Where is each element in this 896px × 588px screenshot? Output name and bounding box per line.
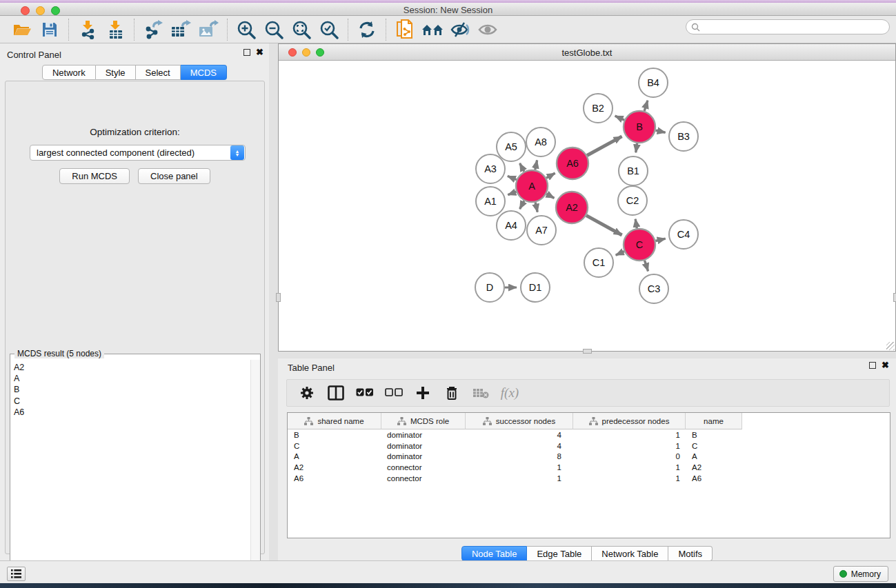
mcds-result-list[interactable]: A2ABCA6 [10,360,250,587]
tab-network[interactable]: Network [42,65,96,80]
edge-C-C2[interactable] [635,219,637,229]
column-header-predecessor-nodes[interactable]: predecessor nodes [573,413,686,429]
node-table[interactable]: shared name MCDS role successor nodes pr… [287,412,890,538]
close-panel-button[interactable]: Close panel [138,168,210,184]
cell-shared-name[interactable]: B [288,431,381,439]
split-view-icon[interactable] [323,382,349,404]
edge-B-B1[interactable] [636,143,637,152]
edge-C-C1[interactable] [616,252,624,255]
edge-A-A8[interactable] [535,160,537,170]
cell-mcds-role[interactable]: connector [381,463,466,472]
search-field[interactable] [686,19,890,34]
run-mcds-button[interactable]: Run MCDS [59,168,130,184]
column-header-name[interactable]: name [686,413,742,429]
float-panel-icon[interactable] [243,49,250,56]
refresh-icon[interactable] [353,18,381,41]
zoom-selected-icon[interactable] [315,18,343,41]
edge-B-B4[interactable] [644,101,648,111]
edge-B-B3[interactable] [655,130,665,132]
gear-icon[interactable] [294,382,320,404]
graph-node-D1[interactable]: D1 [521,273,550,302]
graph-node-B3[interactable]: B3 [669,122,698,151]
close-panel-icon[interactable]: ✖ [256,49,263,56]
network-window-titlebar[interactable]: testGlobe.txt [279,44,895,61]
cell-mcds-role[interactable]: connector [381,474,466,483]
tab-node-table[interactable]: Node Table [461,546,528,561]
graph-node-A7[interactable]: A7 [527,216,556,245]
cell-mcds-role[interactable]: dominator [381,431,466,439]
graph-node-D[interactable]: D [475,273,504,302]
double-house-icon[interactable] [419,18,446,41]
result-list-item[interactable]: B [14,384,250,395]
tab-style[interactable]: Style [96,65,136,80]
cell-successor-nodes[interactable]: 1 [466,463,573,472]
cell-successor-nodes[interactable]: 8 [466,452,573,460]
select-all-icon[interactable] [352,382,378,404]
graph-node-C1[interactable]: C1 [584,248,613,277]
deselect-all-icon[interactable] [381,382,407,404]
edge-C-C3[interactable] [644,261,648,272]
eye-icon[interactable] [474,18,501,41]
cell-shared-name[interactable]: A [288,452,381,460]
edge-C-C4[interactable] [655,239,665,241]
column-header-shared-name[interactable]: shared name [288,413,381,429]
tab-mcds[interactable]: MCDS [181,65,227,80]
export-network-icon[interactable] [139,18,167,41]
cell-successor-nodes[interactable]: 4 [466,431,573,439]
result-list-item[interactable]: C [14,396,250,407]
window-edge-grip[interactable] [893,293,896,302]
cell-predecessor-nodes[interactable]: 1 [573,442,686,450]
cell-predecessor-nodes[interactable]: 1 [573,474,686,483]
search-input[interactable] [703,22,889,32]
eye-slash-icon[interactable] [446,18,474,41]
duplicate-network-icon[interactable] [391,18,419,41]
graph-node-B4[interactable]: B4 [639,68,668,97]
edge-A-A4[interactable] [520,201,524,209]
table-row[interactable]: A6connector11A6 [288,473,890,484]
result-list-item[interactable]: A [14,373,250,384]
cell-name[interactable]: C [686,442,742,450]
graph-node-A1[interactable]: A1 [476,187,505,216]
task-history-button[interactable] [7,567,26,581]
cell-name[interactable]: A [686,452,742,460]
add-column-icon[interactable] [410,382,436,404]
graph-node-B1[interactable]: B1 [619,156,648,185]
edge-A-A5[interactable] [520,163,524,172]
cell-mcds-role[interactable]: dominator [381,452,466,460]
graph-node-A[interactable]: A [516,170,548,202]
graph-node-C2[interactable]: C2 [618,186,647,215]
column-header-mcds-role[interactable]: MCDS role [381,413,466,429]
cell-predecessor-nodes[interactable]: 1 [573,431,686,439]
import-table-icon[interactable] [101,18,129,41]
result-list-item[interactable]: A6 [14,407,250,418]
tab-network-table[interactable]: Network Table [592,546,668,561]
graph-node-A6[interactable]: A6 [557,148,588,179]
edge-B-B2[interactable] [615,116,624,120]
result-list-item[interactable]: A2 [14,362,250,373]
table-row[interactable]: A2connector11A2 [288,462,890,473]
tab-edge-table[interactable]: Edge Table [527,546,592,561]
edge-A-A2[interactable] [546,194,554,198]
export-table-icon[interactable] [167,18,195,41]
window-edge-grip[interactable] [583,349,592,354]
network-graph[interactable]: B4B2BB3A8A5A6A3B1AC2A1A2A4A7C4CC1DD1C3 [279,61,895,351]
edge-A6-B[interactable] [587,136,621,156]
graph-node-B2[interactable]: B2 [584,94,613,123]
graph-node-C4[interactable]: C4 [669,220,698,249]
save-icon[interactable] [36,18,63,41]
resize-handle[interactable] [886,342,895,350]
cell-name[interactable]: B [686,431,742,439]
edge-A-A1[interactable] [508,192,516,194]
cell-mcds-role[interactable]: dominator [381,442,466,450]
graph-node-C[interactable]: C [624,229,655,261]
graph-node-B[interactable]: B [624,111,655,143]
column-header-successor-nodes[interactable]: successor nodes [466,413,573,429]
import-network-icon[interactable] [74,18,101,41]
open-icon[interactable] [8,18,36,41]
edge-A-A7[interactable] [535,202,537,212]
graph-node-C3[interactable]: C3 [639,274,668,303]
graph-node-A3[interactable]: A3 [476,154,505,183]
cell-successor-nodes[interactable]: 1 [466,474,573,483]
criterion-dropdown[interactable]: largest connected component (directed) ▲… [30,145,246,161]
export-image-icon[interactable] [195,18,222,41]
